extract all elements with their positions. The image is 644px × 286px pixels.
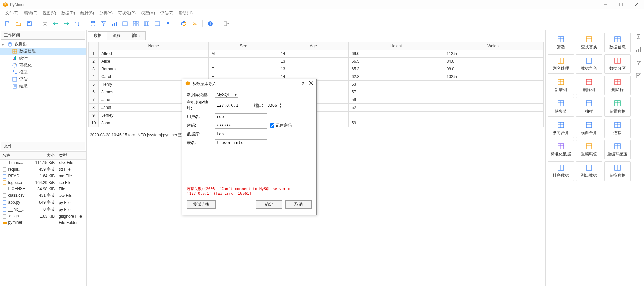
close-button[interactable] bbox=[629, 0, 644, 9]
filter-icon[interactable] bbox=[99, 19, 108, 28]
password-input[interactable] bbox=[215, 122, 267, 129]
file-row[interactable]: requir...459 字节txt File bbox=[0, 166, 86, 173]
grid-cell[interactable]: F bbox=[209, 65, 278, 73]
menu-item[interactable]: 统计(S) bbox=[78, 10, 97, 17]
ribbon-info[interactable]: 数据信息 bbox=[604, 33, 631, 52]
grid-cell[interactable] bbox=[444, 119, 543, 127]
ribbon-delcol[interactable]: 删除列 bbox=[576, 76, 602, 95]
grid-cell[interactable]: 56.5 bbox=[348, 58, 444, 65]
grid-cell[interactable] bbox=[444, 96, 543, 104]
file-row[interactable]: logo.ico164.29 KiBico File bbox=[0, 180, 86, 186]
dialog-help-icon[interactable]: ? bbox=[302, 81, 304, 86]
tree-item[interactable]: ▸数据集 bbox=[0, 41, 86, 48]
grid-row[interactable]: 1AlfredM1469.0112.5 bbox=[89, 50, 544, 58]
ribbon-range[interactable]: 重编码范围 bbox=[604, 140, 631, 159]
tree-item[interactable]: 评估 bbox=[0, 76, 86, 83]
tab-数据[interactable]: 数据 bbox=[88, 31, 107, 40]
remember-checkbox[interactable] bbox=[270, 123, 274, 128]
database-input[interactable] bbox=[215, 131, 267, 137]
grid-icon[interactable] bbox=[131, 19, 140, 28]
file-row[interactable]: LICENSE34.98 KiBFile bbox=[0, 186, 86, 192]
menu-item[interactable]: 帮助(H) bbox=[176, 10, 195, 17]
ribbon-partition[interactable]: 数据分区 bbox=[604, 54, 631, 74]
ribbon-cols[interactable]: 列名处理 bbox=[548, 54, 574, 74]
test-connection-button[interactable]: 测试连接 bbox=[187, 200, 216, 209]
ribbon-addcol[interactable]: 新增列 bbox=[548, 76, 574, 95]
dbtype-combo[interactable]: MySQL▾ bbox=[215, 92, 238, 98]
grid-cell[interactable]: 59 bbox=[348, 96, 444, 104]
grid-cell[interactable] bbox=[444, 81, 543, 88]
grid-column-header[interactable]: Height bbox=[348, 42, 444, 50]
table-input[interactable] bbox=[215, 139, 267, 146]
menu-item[interactable]: 模型(M) bbox=[138, 10, 158, 17]
tree-item[interactable]: 可视化 bbox=[0, 62, 86, 69]
host-input[interactable] bbox=[215, 102, 251, 109]
grid-cell[interactable] bbox=[348, 112, 444, 119]
ribbon-funnel[interactable]: 筛选 bbox=[548, 33, 574, 52]
grid-cell[interactable]: 112.5 bbox=[444, 50, 543, 58]
grid-column-header[interactable]: Name bbox=[99, 42, 209, 50]
menu-item[interactable]: 可视化(P) bbox=[115, 10, 138, 17]
ok-button[interactable]: 确定 bbox=[256, 200, 282, 209]
grid-cell[interactable]: 14 bbox=[278, 50, 349, 58]
grid-cell[interactable] bbox=[444, 88, 543, 96]
ribbon-transform[interactable]: 转换数据 bbox=[604, 161, 631, 181]
model-icon[interactable] bbox=[636, 60, 642, 67]
ribbon-mergev[interactable]: 纵向合并 bbox=[548, 119, 574, 138]
new-file-icon[interactable] bbox=[3, 19, 12, 28]
plugin-icon[interactable] bbox=[164, 19, 172, 28]
file-col-header[interactable]: 类型 bbox=[57, 152, 86, 160]
chart-icon[interactable] bbox=[110, 19, 119, 28]
table-icon[interactable] bbox=[121, 19, 129, 28]
file-col-header[interactable]: 名称 bbox=[0, 152, 31, 160]
jupyter-icon[interactable] bbox=[190, 19, 199, 28]
grid-cell[interactable]: 57 bbox=[348, 88, 444, 96]
grid-column-header[interactable]: Age bbox=[278, 42, 349, 50]
export-icon[interactable] bbox=[222, 19, 230, 28]
chart-bars-icon[interactable] bbox=[636, 47, 642, 54]
columns-icon[interactable] bbox=[142, 19, 151, 28]
tree-item[interactable]: 结果 bbox=[0, 83, 86, 90]
open-folder-icon[interactable] bbox=[14, 19, 23, 28]
grid-cell[interactable]: 65.3 bbox=[348, 65, 444, 73]
grid-row[interactable]: 3BarbaraF1365.398.0 bbox=[89, 65, 544, 73]
grid-cell[interactable]: 62.8 bbox=[348, 73, 444, 81]
ribbon-norm[interactable]: 标准化数据 bbox=[548, 140, 574, 159]
ribbon-sort[interactable]: 排序数据 bbox=[548, 161, 574, 181]
grid-cell[interactable]: Barbara bbox=[99, 65, 209, 73]
grid-cell[interactable]: 98.0 bbox=[444, 65, 543, 73]
grid-cell[interactable]: 13 bbox=[278, 58, 349, 65]
grid-row[interactable]: 2AliceF1356.584.0 bbox=[89, 58, 544, 65]
file-row[interactable]: READ...1.64 KiBmd File bbox=[0, 173, 86, 180]
port-spinner[interactable]: ▲▼ bbox=[266, 102, 283, 109]
tab-流程[interactable]: 流程 bbox=[107, 31, 126, 40]
grid-cell[interactable]: 62 bbox=[348, 104, 444, 112]
checklist-icon[interactable] bbox=[636, 73, 642, 80]
grid-cell[interactable]: 102.5 bbox=[444, 73, 543, 81]
grid-cell[interactable]: F bbox=[209, 58, 278, 65]
user-input[interactable] bbox=[215, 113, 267, 120]
redo-icon[interactable] bbox=[62, 19, 71, 28]
maximize-button[interactable] bbox=[613, 0, 629, 9]
database-icon[interactable] bbox=[89, 19, 97, 28]
sigma-icon[interactable]: Σ bbox=[637, 33, 640, 41]
file-row[interactable]: Titanic...111.15 KiBxlsx File bbox=[0, 160, 86, 166]
file-row[interactable]: pyminerFile Folder bbox=[0, 219, 86, 226]
tree-item[interactable]: 模型 bbox=[0, 69, 86, 76]
tab-输出[interactable]: 输出 bbox=[126, 31, 146, 40]
grid-cell[interactable] bbox=[444, 104, 543, 112]
spin-down-icon[interactable]: ▼ bbox=[278, 105, 283, 108]
cancel-button[interactable]: 取消 bbox=[285, 200, 312, 209]
settings-icon[interactable] bbox=[41, 19, 49, 28]
grid-cell[interactable]: 69.0 bbox=[348, 50, 444, 58]
grid-cell[interactable]: 84.0 bbox=[444, 58, 543, 65]
ribbon-find[interactable]: 查找替换 bbox=[576, 33, 602, 52]
file-col-header[interactable]: 大小 bbox=[31, 152, 57, 160]
tree-item[interactable]: 数据处理 bbox=[0, 48, 86, 55]
file-row[interactable]: class.csv431 字节csv File bbox=[0, 192, 86, 199]
port-input[interactable] bbox=[266, 102, 278, 109]
grid-cell[interactable]: Alice bbox=[99, 58, 209, 65]
ribbon-mergeh[interactable]: 横向合并 bbox=[576, 119, 602, 138]
ribbon-sample[interactable]: 抽样 bbox=[576, 97, 602, 117]
grid-cell[interactable]: 63 bbox=[348, 81, 444, 88]
